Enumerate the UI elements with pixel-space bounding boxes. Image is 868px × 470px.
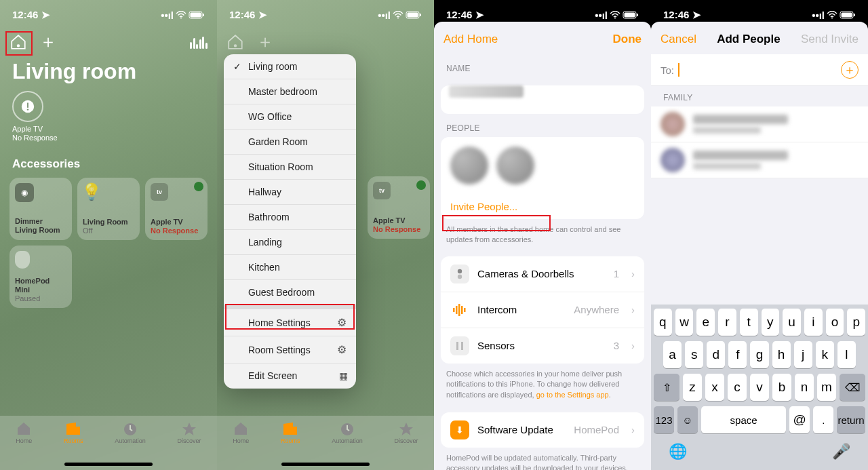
room-item[interactable]: Master bedroom [224,79,356,104]
tab-home[interactable]: Home [233,421,249,444]
cancel-button[interactable]: Cancel [660,33,696,46]
camera-icon [450,265,469,283]
mic-key[interactable]: 🎤 [832,443,850,461]
tile-appletv[interactable]: tv Apple TVNo Response [145,178,208,240]
key[interactable]: s [685,341,703,368]
room-item[interactable]: Bathroom [224,205,356,230]
row-sensors[interactable]: Sensors3› [441,328,644,364]
avatar [660,112,685,136]
key[interactable]: u [783,309,801,336]
room-settings-item[interactable]: Room Settings⚙ [224,336,356,364]
key[interactable]: g [750,341,768,368]
key[interactable]: k [816,341,834,368]
globe-key[interactable]: 🌐 [669,443,687,461]
key[interactable]: l [837,341,856,368]
key[interactable]: q [654,309,672,336]
person-avatar[interactable] [450,146,488,184]
key[interactable]: m [817,374,836,401]
key[interactable]: a [663,341,682,368]
key[interactable]: r [718,309,736,336]
add-people-modal: Cancel Add People Send Invite To: ＋ FAMI… [651,22,868,470]
edit-screen-item[interactable]: Edit Screen▦ [224,364,356,389]
tile-homepod[interactable]: HomePod MiniPaused [9,246,72,308]
apple-tv-circle[interactable] [12,91,43,122]
key[interactable]: n [795,374,814,401]
room-item[interactable]: Kitchen [224,255,356,280]
key[interactable]: j [794,341,812,368]
tab-automation[interactable]: Automation [332,421,363,444]
tile-bulb[interactable]: 💡 Living RoomOff [77,178,140,240]
invite-people-button[interactable]: Invite People... [441,194,644,219]
room-item[interactable]: Hallway [224,180,356,205]
key[interactable]: h [772,341,791,368]
add-contact-icon[interactable]: ＋ [841,61,859,79]
key[interactable]: e [696,309,715,336]
status-bar: 12:46 ➤ ••ıl [0,0,217,30]
key[interactable]: z [683,374,702,401]
home-name-input[interactable] [441,85,644,114]
family-contact[interactable] [651,142,868,178]
dot-key[interactable]: . [813,406,833,433]
tab-home[interactable]: Home [16,421,32,444]
key[interactable]: x [705,374,724,401]
key[interactable]: v [750,374,769,401]
home-switcher-icon[interactable] [226,33,244,51]
to-field[interactable]: To: ＋ [651,54,868,86]
download-icon: ⬇ [450,420,469,439]
avatar [660,148,685,172]
rooms-icon [65,421,81,436]
update-note: HomePod will be updated automatically. T… [434,448,651,470]
tile-dimmer[interactable]: ◉ Dimmer Living Room [9,178,72,240]
key[interactable]: t [740,309,758,336]
room-item[interactable]: Garden Room [224,130,356,155]
key[interactable]: i [804,309,823,336]
key[interactable]: f [728,341,747,368]
svg-point-13 [234,44,237,47]
tab-discover[interactable]: Discover [395,421,418,444]
add-button[interactable]: ＋ [256,30,274,54]
room-item[interactable]: Landing [224,230,356,255]
at-key[interactable]: @ [789,406,810,433]
done-button[interactable]: Done [613,33,642,46]
tab-rooms[interactable]: Rooms [64,421,83,444]
pane-popover: 12:46 ➤ ••ıl ＋ tv Apple TVNo Response ✓L… [217,0,434,470]
home-switcher-icon[interactable] [9,33,27,51]
room-item[interactable]: Guest Bedroom [224,280,356,305]
room-item[interactable]: WG Office [224,104,356,130]
svg-point-9 [397,18,399,19]
key[interactable]: c [728,374,747,401]
tab-automation[interactable]: Automation [115,421,146,444]
backspace-key[interactable]: ⌫ [840,374,865,401]
add-button[interactable]: ＋ [39,30,57,54]
check-icon: ✓ [233,61,243,72]
add-home-button[interactable]: Add Home [443,33,498,46]
key[interactable]: d [707,341,725,368]
appletv-icon: tv [373,182,391,199]
space-key[interactable]: space [701,406,786,433]
row-intercom[interactable]: IntercomAnywhere› [441,292,644,328]
appletv-icon: tv [151,183,168,201]
key[interactable]: w [675,309,694,336]
tab-discover[interactable]: Discover [178,421,201,444]
key[interactable]: y [762,309,780,336]
settings-app-link[interactable]: go to the Settings app [536,391,609,399]
emoji-key[interactable]: ☺ [677,406,698,433]
tab-rooms[interactable]: Rooms [281,421,300,444]
rooms-popover: ✓Living room Master bedroom WG Office Ga… [224,54,356,389]
row-cameras[interactable]: Cameras & Doorbells1› [441,256,644,292]
numbers-key[interactable]: 123 [654,406,674,433]
return-key[interactable]: return [837,406,865,433]
name-section-label: NAME [434,54,651,77]
family-contact[interactable] [651,106,868,142]
shift-key[interactable]: ⇧ [654,374,679,401]
person-avatar[interactable] [496,146,534,184]
key[interactable]: o [826,309,844,336]
tile-appletv[interactable]: tv Apple TVNo Response [368,176,430,239]
room-item[interactable]: Situation Room [224,155,356,180]
key[interactable]: b [772,374,791,401]
key[interactable]: p [847,309,865,336]
home-settings-item[interactable]: Home Settings⚙ [224,305,356,336]
room-item[interactable]: ✓Living room [224,54,356,79]
row-software-update[interactable]: ⬇ Software UpdateHomePod› [441,412,644,448]
options-icon[interactable] [190,35,208,49]
